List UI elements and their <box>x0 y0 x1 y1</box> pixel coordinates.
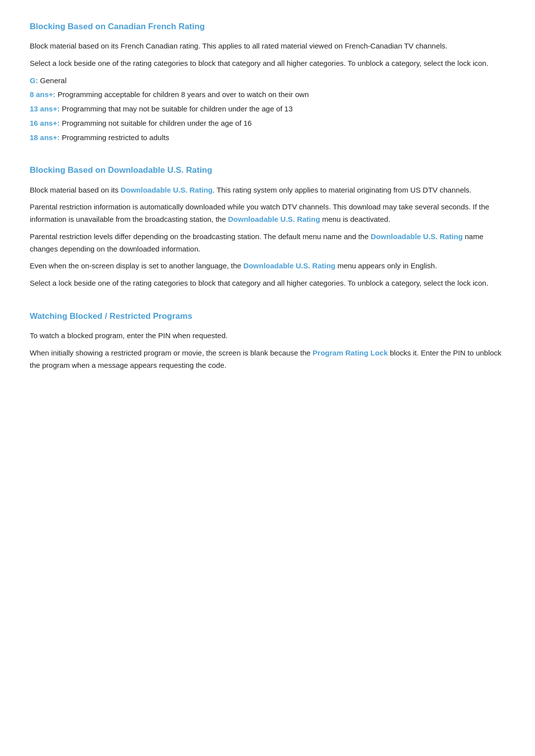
paragraph-watching-1: To watch a blocked program, enter the PI… <box>30 330 505 342</box>
link-downloadable-us-1: Downloadable U.S. Rating <box>120 186 213 194</box>
rating-18ans-label: 18 ans+: <box>30 133 59 142</box>
link-downloadable-us-3: Downloadable U.S. Rating <box>371 232 463 241</box>
rating-13ans: 13 ans+: Programming that may not be sui… <box>30 103 505 115</box>
rating-13ans-label: 13 ans+: <box>30 104 59 113</box>
paragraph-download-3: Parental restriction levels differ depen… <box>30 231 505 255</box>
section-downloadable-us-rating: Blocking Based on Downloadable U.S. Rati… <box>30 163 505 289</box>
paragraph-canadian-2: Select a lock beside one of the rating c… <box>30 57 505 70</box>
paragraph-download-1: Block material based on its Downloadable… <box>30 184 505 197</box>
rating-16ans: 16 ans+: Programming not suitable for ch… <box>30 117 505 130</box>
paragraph-watching-2: When initially showing a restricted prog… <box>30 347 505 372</box>
rating-g-label: G: <box>30 76 38 85</box>
rating-g-description: General <box>40 76 66 85</box>
link-downloadable-us-2: Downloadable U.S. Rating <box>228 215 320 223</box>
section-canadian-french-rating: Blocking Based on Canadian French Rating… <box>30 20 505 144</box>
paragraph-download-4: Even when the on-screen display is set t… <box>30 260 505 272</box>
section-watching-blocked: Watching Blocked / Restricted Programs T… <box>30 309 505 371</box>
rating-16ans-description: Programming not suitable for children un… <box>62 119 252 127</box>
rating-16ans-label: 16 ans+: <box>30 119 59 127</box>
section-title-watching-blocked: Watching Blocked / Restricted Programs <box>30 309 505 323</box>
rating-8ans-label: 8 ans+: <box>30 90 55 99</box>
paragraph-download-2: Parental restriction information is auto… <box>30 201 505 226</box>
rating-g: G: General <box>30 75 505 87</box>
link-downloadable-us-4: Downloadable U.S. Rating <box>243 261 335 270</box>
paragraph-download-5: Select a lock beside one of the rating c… <box>30 277 505 290</box>
paragraph-canadian-1: Block material based on its French Canad… <box>30 40 505 52</box>
section-title-downloadable-us: Blocking Based on Downloadable U.S. Rati… <box>30 163 505 177</box>
rating-18ans-description: Programming restricted to adults <box>62 133 169 142</box>
rating-18ans: 18 ans+: Programming restricted to adult… <box>30 132 505 144</box>
section-title-canadian-french: Blocking Based on Canadian French Rating <box>30 20 505 33</box>
rating-8ans: 8 ans+: Programming acceptable for child… <box>30 89 505 101</box>
rating-13ans-description: Programming that may not be suitable for… <box>62 104 293 113</box>
rating-8ans-description: Programming acceptable for children 8 ye… <box>57 90 309 99</box>
link-program-rating-lock: Program Rating Lock <box>313 349 388 357</box>
